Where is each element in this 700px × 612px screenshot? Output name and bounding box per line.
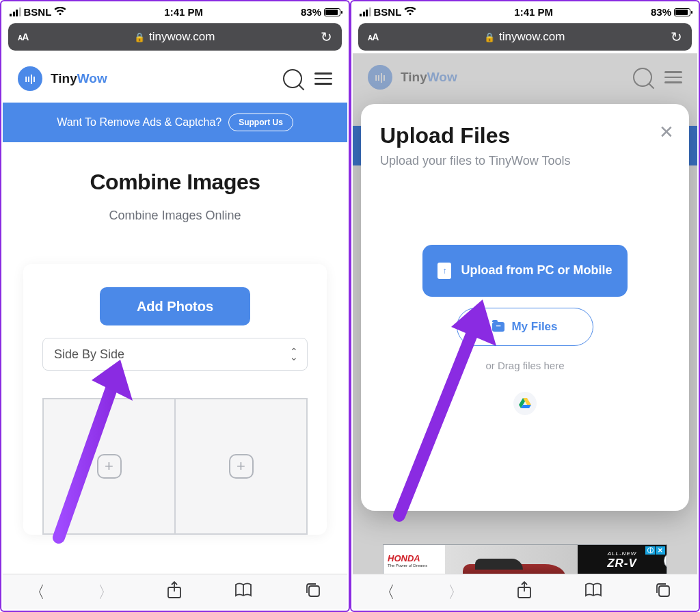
google-drive-button[interactable] <box>513 392 537 415</box>
battery-icon <box>674 8 690 16</box>
tabs-icon[interactable] <box>305 582 321 602</box>
domain-label: tinywow.com <box>149 30 215 44</box>
battery-icon <box>324 8 340 16</box>
ios-status-bar: BSNL 1:41 PM 83% <box>3 3 347 19</box>
page-subtitle: Combine Images Online <box>16 209 334 223</box>
modal-title: Upload Files <box>380 123 670 148</box>
wifi-icon <box>404 6 416 18</box>
reload-icon[interactable]: ↻ <box>311 29 342 45</box>
clock: 1:41 PM <box>164 6 203 18</box>
search-icon[interactable] <box>283 69 302 88</box>
tabs-icon[interactable] <box>655 582 671 602</box>
battery-pct: 83% <box>301 6 321 18</box>
upload-modal: ✕ Upload Files Upload your files to Tiny… <box>361 104 689 511</box>
layout-select[interactable]: Side By Side <box>42 338 308 371</box>
safari-url-bar[interactable]: AA 🔒 tinywow.com ↻ <box>358 23 692 51</box>
modal-subtitle: Upload your files to TinyWow Tools <box>380 154 670 168</box>
preview-grid: + + <box>42 398 308 535</box>
add-photos-button[interactable]: Add Photos <box>100 287 250 325</box>
svg-rect-3 <box>659 586 669 596</box>
back-icon[interactable]: 〈 <box>379 581 395 603</box>
select-chevrons-icon <box>290 349 296 360</box>
carrier-label: BSNL <box>374 6 402 18</box>
signal-bars-icon <box>10 8 21 16</box>
back-icon[interactable]: 〈 <box>29 581 45 603</box>
phone-right: BSNL 1:41 PM 83% AA 🔒 tinywow.com ↻ ıı|ı… <box>350 0 700 612</box>
domain-label: tinywow.com <box>499 30 565 44</box>
promo-banner: Want To Remove Ads & Captcha? Support Us <box>3 103 347 142</box>
share-icon[interactable] <box>167 581 182 603</box>
brand-logo-icon[interactable]: ıı|ı <box>18 66 42 91</box>
safari-toolbar: 〈 〉 <box>353 574 697 609</box>
empty-slot[interactable]: + <box>44 399 176 533</box>
folder-icon <box>492 322 504 332</box>
file-upload-icon <box>438 263 451 279</box>
phone-left: BSNL 1:41 PM 83% AA 🔒 tinywow.com ↻ ıı|ı… <box>0 0 350 612</box>
lock-icon: 🔒 <box>134 32 145 42</box>
tool-card: Add Photos Side By Side + + <box>23 264 327 535</box>
drag-hint: or Drag files here <box>380 360 670 371</box>
safari-toolbar: 〈 〉 <box>3 574 347 609</box>
bookmarks-icon[interactable] <box>584 583 602 602</box>
svg-rect-1 <box>309 586 319 596</box>
my-files-button[interactable]: My Files <box>457 308 593 346</box>
google-drive-icon <box>519 398 531 409</box>
ad-banner[interactable]: ⓘ✕ HONDAThe Power of Dreams ALL-NEWZR-V … <box>383 544 667 576</box>
support-us-button[interactable]: Support Us <box>228 114 293 131</box>
bookmarks-icon[interactable] <box>234 583 252 602</box>
adchoices-icon[interactable]: ⓘ✕ <box>645 546 665 555</box>
forward-icon: 〉 <box>98 581 114 603</box>
clock: 1:41 PM <box>514 6 553 18</box>
text-size-icon[interactable]: AA <box>8 31 38 42</box>
ad-brand: HONDAThe Power of Dreams <box>383 545 445 575</box>
lock-icon: 🔒 <box>484 32 495 42</box>
banner-text: Want To Remove Ads & Captcha? <box>57 116 221 129</box>
upload-btn-label: Upload from PC or Mobile <box>461 263 612 278</box>
forward-icon: 〉 <box>448 581 464 603</box>
text-size-icon[interactable]: AA <box>358 31 388 42</box>
empty-slot[interactable]: + <box>176 399 306 533</box>
site-header: ıı|ı TinyWow <box>3 55 347 103</box>
carrier-label: BSNL <box>24 6 52 18</box>
plus-icon: + <box>229 454 254 479</box>
upload-from-device-button[interactable]: Upload from PC or Mobile <box>422 245 628 297</box>
reload-icon[interactable]: ↻ <box>661 29 692 45</box>
safari-url-bar[interactable]: AA 🔒 tinywow.com ↻ <box>8 23 342 51</box>
my-files-label: My Files <box>511 320 557 334</box>
battery-pct: 83% <box>651 6 671 18</box>
hamburger-menu-icon[interactable] <box>314 69 332 88</box>
ios-status-bar: BSNL 1:41 PM 83% <box>353 3 697 19</box>
page-title: Combine Images <box>16 170 334 195</box>
wifi-icon <box>54 6 66 18</box>
signal-bars-icon <box>360 8 371 16</box>
close-icon[interactable]: ✕ <box>659 122 674 143</box>
share-icon[interactable] <box>517 581 532 603</box>
select-value: Side By Side <box>54 347 124 362</box>
brand-name[interactable]: TinyWow <box>51 71 107 86</box>
plus-icon: + <box>97 454 122 479</box>
